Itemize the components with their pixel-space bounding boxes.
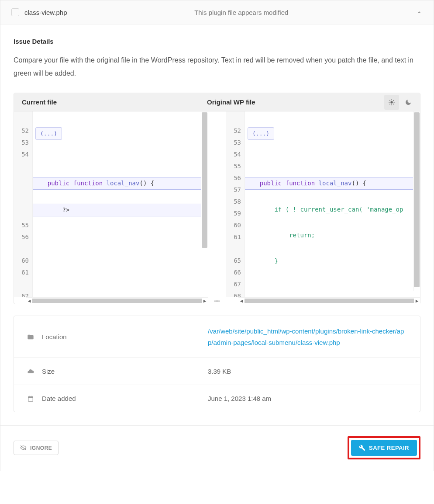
- svg-line-7: [389, 104, 390, 104]
- diff-left-code[interactable]: (...) public function local_nav() { ?>: [33, 111, 208, 297]
- location-link[interactable]: /var/web/site/public_html/wp-content/plu…: [208, 327, 404, 346]
- sun-icon: [388, 99, 395, 106]
- light-theme-button[interactable]: [384, 95, 399, 110]
- vertical-scrollbar[interactable]: [413, 111, 420, 291]
- diff-viewer: Current file Original WP file 52: [14, 93, 420, 304]
- ignore-button[interactable]: IGNORE: [14, 441, 59, 455]
- eye-off-icon: [20, 445, 27, 451]
- diff-left-title: Current file: [14, 93, 199, 111]
- diff-left-pane: 52 53 54 55 56 60 61: [14, 111, 208, 304]
- location-label: Location: [42, 333, 208, 341]
- svg-line-6: [393, 104, 393, 104]
- file-status-note: This plugin file appears modified: [67, 9, 416, 16]
- horizontal-scrollbar[interactable]: ◀▶: [238, 297, 420, 304]
- vertical-scrollbar[interactable]: [201, 111, 208, 291]
- folder-icon: [27, 334, 34, 341]
- file-metadata: Location /var/web/site/public_html/wp-co…: [14, 316, 420, 412]
- issue-description: Compare your file with the original file…: [14, 54, 420, 80]
- file-header: class-view.php This plugin file appears …: [0, 0, 434, 24]
- date-label: Date added: [42, 395, 208, 402]
- safe-repair-button[interactable]: SAFE REPAIR: [351, 440, 417, 456]
- moon-icon: [405, 99, 412, 106]
- size-label: Size: [42, 368, 208, 375]
- line-gutter: 52 53 54 55 56 60 61: [14, 111, 33, 297]
- dark-theme-button[interactable]: [401, 95, 416, 110]
- svg-line-5: [389, 100, 390, 101]
- collapse-icon[interactable]: [416, 9, 423, 16]
- horizontal-scrollbar[interactable]: ◀▶: [26, 297, 208, 304]
- svg-point-0: [390, 101, 393, 103]
- select-checkbox[interactable]: [11, 8, 19, 16]
- code-fold[interactable]: (...): [35, 127, 62, 140]
- wrench-icon: [359, 445, 365, 451]
- diff-right-pane: 52 53 54 55 56 57 58 59 60 61 65: [226, 111, 420, 304]
- diff-gutter: ⇒⇐: [208, 111, 226, 304]
- filename: class-view.php: [24, 9, 67, 16]
- code-fold[interactable]: (...): [248, 127, 274, 140]
- issue-title: Issue Details: [14, 38, 420, 45]
- sync-arrows-icon: ⇒⇐: [214, 298, 220, 304]
- svg-line-8: [393, 100, 393, 101]
- line-gutter: 52 53 54 55 56 57 58 59 60 61 65: [226, 111, 245, 297]
- diff-right-code[interactable]: (...) public function local_nav() { if (…: [245, 111, 420, 297]
- date-value: June 1, 2023 1:48 am: [208, 395, 407, 402]
- cloud-icon: [27, 368, 34, 375]
- diff-right-title: Original WP file: [199, 93, 384, 111]
- repair-highlight: SAFE REPAIR: [348, 436, 420, 459]
- calendar-icon: [27, 395, 34, 402]
- size-value: 3.39 KB: [208, 368, 407, 375]
